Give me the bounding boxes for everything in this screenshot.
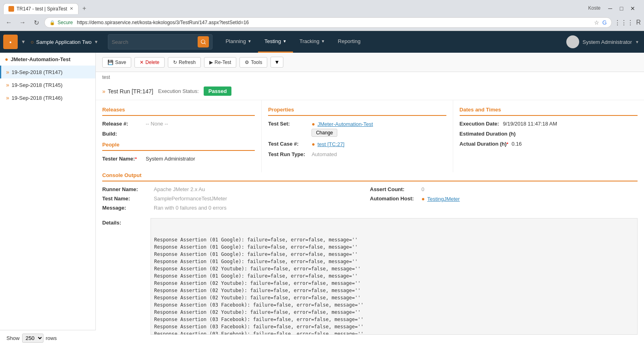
automation-host-value[interactable]: TestingJMeter <box>427 196 460 202</box>
sidebar-item-tr146[interactable]: » 19-Sep-2018 (TR146) <box>0 91 95 104</box>
nav-planning[interactable]: Planning ▼ <box>219 31 258 53</box>
execution-date-row: Execution Date: 9/19/2018 11:47:18 AM <box>460 121 638 127</box>
user-label: System Administrator <box>582 39 632 45</box>
reporting-label: Reporting <box>338 38 360 44</box>
tester-value: System Administrator <box>146 156 195 162</box>
console-col-left: Runner Name: Apache JMeter 2.x Au Test N… <box>102 186 370 214</box>
test-case-value[interactable]: test [TC:27] <box>318 141 345 147</box>
release-number-value: -- None -- <box>146 121 168 127</box>
message-value: Ran with 0 failures and 0 errors <box>154 205 227 211</box>
project-selector[interactable]: ○ Sample Application Two ▼ <box>27 39 102 45</box>
refresh-icon: ↻ <box>173 60 177 65</box>
nav-reporting[interactable]: Reporting <box>331 31 367 53</box>
toolbar-more-button[interactable]: ▼ <box>270 57 283 68</box>
sidebar-item-icon-0: » <box>6 69 9 75</box>
sidebar: ● JMeter-Automation-Test » 19-Sep-2018 (… <box>0 53 96 346</box>
test-run-type-label: Test Run Type: <box>268 151 308 157</box>
search-box[interactable] <box>108 34 213 49</box>
close-button[interactable]: ✕ <box>628 4 638 13</box>
star-icon[interactable]: ☆ <box>594 19 599 26</box>
sidebar-item-icon-1: » <box>6 82 9 88</box>
tester-row: Tester Name:* System Administrator <box>102 156 255 162</box>
test-run-label: » Test Run [TR:147] <box>102 88 153 95</box>
tester-required-marker: * <box>135 157 136 161</box>
back-button[interactable]: ← <box>3 17 14 28</box>
sidebar-parent: ● JMeter-Automation-Test <box>0 53 95 66</box>
tab-close-button[interactable]: ✕ <box>70 6 73 11</box>
new-tab-button[interactable]: + <box>78 2 90 14</box>
reload-button[interactable]: ↻ <box>31 17 42 28</box>
change-button[interactable]: Change <box>312 129 337 137</box>
estimated-duration-row: Estimated Duration (h) <box>460 131 638 137</box>
rows-select[interactable]: 250 25 50 100 500 <box>22 334 43 343</box>
tools-icon: ⚙ <box>245 60 249 65</box>
dates-title: Dates and Times <box>460 107 638 116</box>
toolbar-extra: ⋮⋮⋮ R <box>614 19 641 27</box>
sections-row: Releases Release #: -- None -- Build: Pe… <box>96 100 644 172</box>
user-dropdown-arrow[interactable]: ▼ <box>635 40 639 44</box>
estimated-duration-label: Estimated Duration (h) <box>460 131 516 137</box>
tools-label: Tools <box>251 60 262 65</box>
actual-duration-value: 0.16 <box>512 141 522 147</box>
assert-count-value: 0 <box>421 186 424 192</box>
test-set-row: Test Set: ● JMeter-Automation-Test Chang… <box>268 121 446 137</box>
maximize-button[interactable]: □ <box>617 4 626 13</box>
details-output[interactable]: Response Assertion (01 Google): failure=… <box>151 218 638 335</box>
refresh-button[interactable]: ↻ Refresh <box>168 57 201 68</box>
forward-button[interactable]: → <box>17 17 28 28</box>
test-breadcrumb-bar: test <box>96 72 644 82</box>
active-tab[interactable]: TR147 - test | SpiraTest ✕ <box>3 3 78 14</box>
test-name-row: Test Name: SamplePerformanceTestJMeter <box>102 196 370 202</box>
search-input[interactable] <box>111 39 196 45</box>
sidebar-item-tr145[interactable]: » 19-Sep-2018 (TR145) <box>0 78 95 91</box>
planning-label: Planning <box>225 38 246 44</box>
test-set-value[interactable]: JMeter-Automation-Test <box>318 121 373 127</box>
apps-icon[interactable]: ⋮⋮⋮ <box>614 19 634 27</box>
details-label: Details: <box>102 218 151 335</box>
retest-button[interactable]: ▶ Re-Test <box>204 57 236 68</box>
dates-section: Dates and Times Execution Date: 9/19/201… <box>453 100 644 172</box>
tab-title: TR147 - test | SpiraTest <box>17 6 67 12</box>
assert-count-row: Assert Count: 0 <box>370 186 638 192</box>
delete-button[interactable]: ✕ Delete <box>134 57 165 68</box>
account-icon[interactable]: R <box>636 19 641 26</box>
tools-button[interactable]: ⚙ Tools <box>239 57 267 68</box>
logo-dropdown-arrow[interactable]: ▼ <box>21 39 26 45</box>
project-dropdown-arrow: ▼ <box>94 39 99 44</box>
extensions-icon[interactable]: G <box>603 19 607 26</box>
tracking-label: Tracking <box>299 38 319 44</box>
content: 💾 Save ✕ Delete ↻ Refresh ▶ Re-Test ⚙ To… <box>96 53 644 346</box>
test-run-type-value: Automated <box>312 151 337 157</box>
secure-label: Secure <box>58 20 73 25</box>
runner-name-label: Runner Name: <box>102 186 151 192</box>
retest-icon: ▶ <box>209 60 213 65</box>
runner-name-row: Runner Name: Apache JMeter 2.x Au <box>102 186 370 192</box>
execution-date-value: 9/19/2018 11:47:18 AM <box>503 121 557 127</box>
sidebar-item-tr147[interactable]: » 19-Sep-2018 (TR147) <box>0 66 95 78</box>
project-name: Sample Application Two <box>36 39 92 45</box>
search-button[interactable] <box>198 36 209 47</box>
browser-chrome: TR147 - test | SpiraTest ✕ + Koste ─ □ ✕… <box>0 0 644 31</box>
sidebar-item-label-2: 19-Sep-2018 (TR146) <box>12 95 62 101</box>
tab-favicon <box>8 6 14 12</box>
actual-duration-marker: * <box>507 142 508 146</box>
planning-arrow: ▼ <box>248 39 252 43</box>
minimize-button[interactable]: ─ <box>605 4 615 13</box>
sidebar-item-icon-2: » <box>6 95 9 101</box>
save-button[interactable]: 💾 Save <box>102 57 131 68</box>
nav-testing[interactable]: Testing ▼ <box>258 31 293 53</box>
properties-title: Properties <box>268 107 446 116</box>
toolbar: 💾 Save ✕ Delete ↻ Refresh ▶ Re-Test ⚙ To… <box>96 53 644 72</box>
nav-tracking[interactable]: Tracking ▼ <box>293 31 331 53</box>
show-rows: Show 250 25 50 100 500 rows <box>0 330 96 346</box>
automation-host-label: Automation Host: <box>370 196 418 202</box>
nav-right: System Administrator ▼ <box>566 35 644 48</box>
properties-section: Properties Test Set: ● JMeter-Automation… <box>262 100 453 172</box>
window-controls: Koste ─ □ ✕ <box>585 4 641 13</box>
testing-arrow: ▼ <box>283 39 287 43</box>
runner-name-value: Apache JMeter 2.x Au <box>154 186 205 192</box>
people-title: People <box>102 142 255 151</box>
actual-duration-label: Actual Duration (h)* <box>460 141 508 147</box>
retest-label: Re-Test <box>215 60 231 65</box>
address-bar[interactable]: 🔒 Secure https://demo.spiraservice.net/k… <box>44 17 612 28</box>
